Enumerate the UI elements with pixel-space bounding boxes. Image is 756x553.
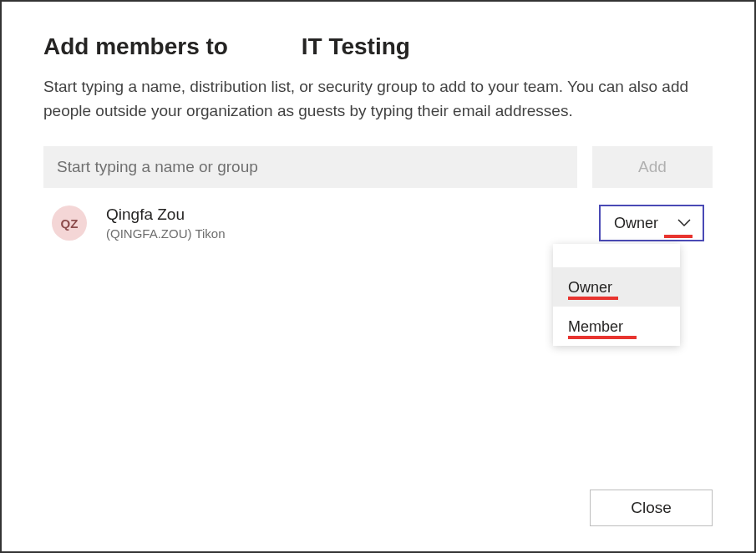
add-members-dialog: Add members to IT Testing Start typing a… — [0, 0, 756, 553]
search-row: Add — [43, 146, 713, 188]
member-row: QZ Qingfa Zou (QINGFA.ZOU) Tikon Owner — [43, 198, 713, 248]
role-option-member-label: Member — [568, 318, 623, 335]
role-dropdown-menu: Owner Member — [553, 244, 680, 346]
role-dropdown[interactable]: Owner — [599, 205, 704, 241]
search-input[interactable] — [43, 146, 577, 188]
role-option-owner-label: Owner — [568, 279, 612, 296]
annotation-underline — [568, 336, 637, 339]
annotation-underline — [664, 235, 693, 238]
dialog-subtitle: Start typing a name, distribution list, … — [43, 75, 713, 123]
title-prefix: Add members to — [43, 33, 228, 60]
member-name: Qingfa Zou — [106, 205, 599, 226]
dialog-title: Add members to IT Testing — [43, 33, 713, 60]
title-team-name: IT Testing — [302, 33, 410, 59]
avatar: QZ — [52, 205, 87, 241]
add-button[interactable]: Add — [592, 146, 713, 188]
role-dropdown-label: Owner — [614, 215, 658, 232]
role-option-owner[interactable]: Owner — [553, 267, 680, 307]
member-detail: (QINGFA.ZOU) Tikon — [106, 226, 599, 242]
annotation-underline — [568, 297, 618, 300]
chevron-down-icon — [677, 219, 691, 227]
dropdown-spacer — [553, 244, 680, 267]
member-info: Qingfa Zou (QINGFA.ZOU) Tikon — [106, 205, 599, 241]
close-button[interactable]: Close — [590, 490, 713, 526]
role-option-member[interactable]: Member — [553, 307, 680, 346]
